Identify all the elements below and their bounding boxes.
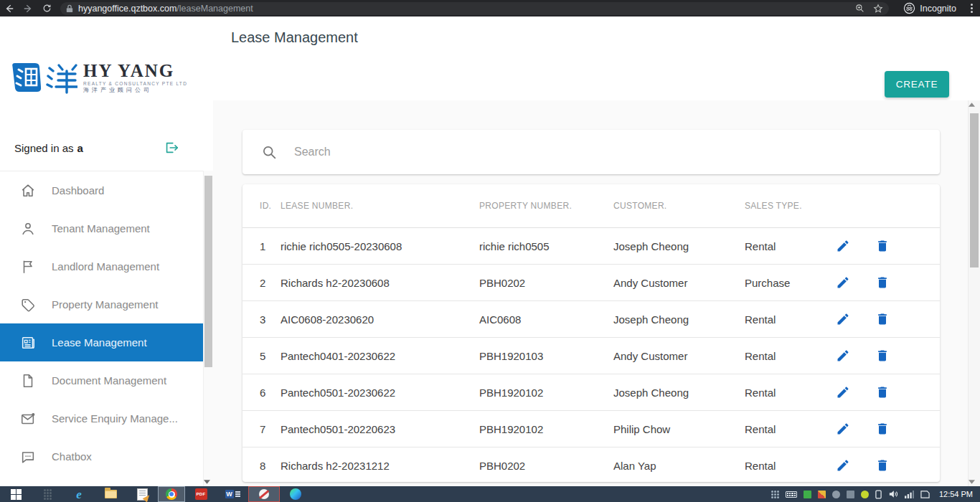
clock[interactable]: 12:54 PM <box>939 490 973 498</box>
lease-table-body: 1 richie rich0505-20230608 richie rich05… <box>242 228 940 482</box>
sidebar-item-lease-management[interactable]: Lease Management <box>0 323 203 361</box>
tray-app-icon-5[interactable] <box>861 491 869 498</box>
cell-property-number: PBH1920102 <box>479 423 613 435</box>
table-row[interactable]: 1 richie rich0505-20230608 richie rich05… <box>242 228 940 265</box>
hidden-icons-chevron[interactable] <box>771 491 779 498</box>
column-header-customer: CUSTOMER. <box>613 201 745 211</box>
delete-button[interactable] <box>875 239 890 253</box>
table-row[interactable]: 8 Richards h2-20231212 PBH0202 Alan Yap … <box>242 447 940 482</box>
tray-app-icon-1[interactable] <box>804 491 811 498</box>
touch-keyboard-icon[interactable] <box>786 491 797 498</box>
forward-icon[interactable] <box>19 4 37 14</box>
column-header-sales-type: SALES TYPE. <box>745 201 833 211</box>
network-icon[interactable] <box>905 491 914 498</box>
zoom-icon[interactable] <box>855 4 864 13</box>
person-icon <box>20 221 36 237</box>
incognito-label: Incognito <box>920 4 956 14</box>
blocked-app-icon[interactable] <box>248 486 280 502</box>
page-scrollbar-thumb[interactable] <box>970 113 979 267</box>
scroll-up-icon[interactable] <box>969 103 980 107</box>
delete-button[interactable] <box>875 349 890 363</box>
cell-property-number: richie rich0505 <box>479 240 613 252</box>
column-header-lease-number: LEASE NUMBER. <box>281 201 479 211</box>
delete-button[interactable] <box>875 458 890 473</box>
sidebar-scrollbar[interactable] <box>203 171 213 486</box>
edit-button[interactable] <box>836 275 850 290</box>
tray-app-icon-4[interactable] <box>847 491 854 498</box>
bookmark-star-icon[interactable] <box>873 4 883 14</box>
page-scrollbar[interactable] <box>968 100 980 486</box>
pdf-app-icon[interactable]: PDF <box>185 486 217 502</box>
row-actions <box>833 422 940 436</box>
delete-button[interactable] <box>875 312 890 326</box>
cell-lease-number: richie rich0505-20230608 <box>281 240 479 252</box>
cell-customer: Joseph Cheong <box>613 313 745 326</box>
cell-id: 8 <box>242 460 281 472</box>
edit-button[interactable] <box>836 349 850 363</box>
table-row[interactable]: 6 Pantech0501-20230622 PBH1920102 Joseph… <box>242 374 940 411</box>
delete-button[interactable] <box>875 275 890 290</box>
url-path: /leaseManagement <box>176 4 253 14</box>
tray-app-icon-3[interactable] <box>832 491 840 498</box>
logout-icon[interactable] <box>163 138 180 157</box>
sidebar-scroll-down-icon[interactable] <box>204 480 213 484</box>
task-view-icon[interactable] <box>32 486 63 502</box>
start-button[interactable] <box>0 486 32 502</box>
cell-property-number: PBH0202 <box>479 460 613 472</box>
lease-table: ID. LEASE NUMBER. PROPERTY NUMBER. CUSTO… <box>242 184 940 482</box>
logo-title: HY YANG <box>83 62 187 80</box>
internet-explorer-icon[interactable]: e <box>63 486 95 502</box>
create-button[interactable]: CREATE <box>885 71 949 98</box>
word-icon[interactable]: W <box>217 486 248 502</box>
cell-lease-number: Richards h2-20231212 <box>281 460 479 472</box>
cell-id: 6 <box>242 387 281 399</box>
edit-button[interactable] <box>836 239 850 253</box>
mail-badge-icon <box>20 411 36 427</box>
phone-tray-icon[interactable] <box>875 490 882 499</box>
action-center-icon[interactable] <box>920 490 930 499</box>
taskbar: e PDF W <box>0 486 980 502</box>
edge-icon[interactable] <box>280 486 311 502</box>
browser-menu-icon[interactable] <box>971 4 973 13</box>
reload-icon[interactable] <box>37 4 56 13</box>
file-explorer-icon[interactable] <box>95 486 126 502</box>
cell-lease-number: Pantech0501-20220623 <box>281 423 479 435</box>
edit-button[interactable] <box>836 385 850 399</box>
address-bar[interactable]: hyyangoffice.qztbox.com /leaseManagement <box>60 2 889 15</box>
sidebar-item-dashboard[interactable]: Dashboard <box>0 171 203 209</box>
table-row[interactable]: 2 Richards h2-20230608 PBH0202 Andy Cust… <box>242 265 940 301</box>
edit-button[interactable] <box>836 422 850 436</box>
newspaper-icon <box>20 335 36 351</box>
cell-sales-type: Rental <box>745 350 833 362</box>
cell-lease-number: Pantech0501-20230622 <box>281 387 479 399</box>
sidebar-item-chatbox[interactable]: Chatbox <box>0 437 203 475</box>
table-row[interactable]: 7 Pantech0501-20220623 PBH1920102 Philip… <box>242 411 940 447</box>
sidebar-item-property-management[interactable]: Property Management <box>0 285 203 323</box>
column-header-property-number: PROPERTY NUMBER. <box>479 201 613 211</box>
sidebar-item-service-enquiry-management[interactable]: Service Enquiry Manage... <box>0 399 203 437</box>
search-input[interactable] <box>293 145 940 159</box>
logo-subtitle-cn: 海洋产业顾问公司 <box>83 87 187 93</box>
volume-icon[interactable] <box>888 490 898 498</box>
cell-customer: Joseph Cheong <box>613 387 745 399</box>
sidebar-item-document-management[interactable]: Document Management <box>0 361 203 399</box>
scroll-down-icon[interactable] <box>969 480 980 484</box>
edit-button[interactable] <box>836 458 850 473</box>
sidebar-item-landlord-management[interactable]: Landlord Management <box>0 247 203 285</box>
chrome-taskbar-icon[interactable] <box>158 486 185 502</box>
logo-subtitle: REALTY & CONSULTANCY PTE LTD <box>83 82 187 87</box>
sidebar-item-tenant-management[interactable]: Tenant Management <box>0 209 203 247</box>
delete-button[interactable] <box>875 385 890 399</box>
notepad-icon[interactable] <box>126 486 158 502</box>
cell-sales-type: Purchase <box>745 277 833 289</box>
row-actions <box>833 312 940 326</box>
tray-app-icon-2[interactable] <box>818 491 826 498</box>
table-row[interactable]: 5 Pantech0401-20230622 PBH1920103 Andy C… <box>242 338 940 374</box>
cell-customer: Andy Customer <box>613 350 745 362</box>
edit-button[interactable] <box>836 312 850 326</box>
delete-button[interactable] <box>875 422 890 436</box>
back-icon[interactable] <box>0 4 19 14</box>
cell-customer: Philip Chow <box>613 423 745 435</box>
sidebar-scrollbar-thumb[interactable] <box>204 176 212 367</box>
table-row[interactable]: 3 AIC0608-20230620 AIC0608 Joseph Cheong… <box>242 301 940 338</box>
